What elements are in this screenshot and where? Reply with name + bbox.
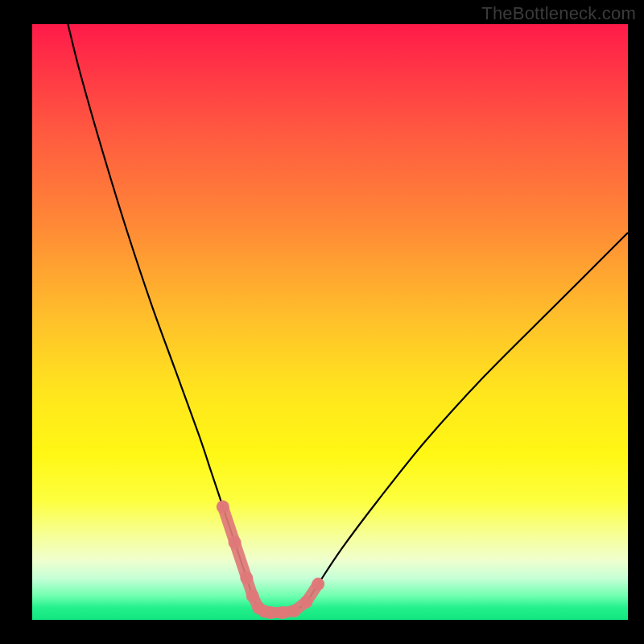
watermark-text: TheBottleneck.com <box>481 3 636 24</box>
bottom-highlight-dot <box>312 578 324 591</box>
bottom-highlight-dot <box>264 606 277 619</box>
plot-area <box>32 24 628 620</box>
bottom-highlight-dot <box>288 605 301 617</box>
chart-frame: TheBottleneck.com <box>0 0 644 644</box>
curve-layer <box>32 24 628 620</box>
bottleneck-curve <box>68 24 628 613</box>
bottom-highlight-dot <box>299 596 312 609</box>
bottom-highlight-dot <box>276 606 289 619</box>
bottom-highlight-dot <box>217 500 229 513</box>
bottom-highlight-dot <box>246 589 259 602</box>
bottom-highlight-dot <box>240 572 253 584</box>
bottom-highlight-markers <box>217 500 324 619</box>
bottom-highlight-dot <box>229 536 242 549</box>
